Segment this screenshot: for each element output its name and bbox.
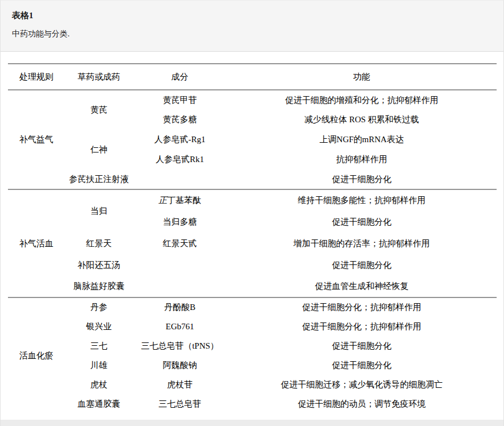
table-label: 表格1 <box>12 10 492 21</box>
col-header-treatment-rule: 处理规则 <box>8 64 65 90</box>
cell-herb: 补阳还五汤 <box>65 254 133 276</box>
cell-function: 促进干细胞分化；抗抑郁样作用 <box>227 317 497 336</box>
cell-component: 丹酚酸B <box>133 297 227 317</box>
cell-function: 促进干细胞分化 <box>227 254 497 276</box>
table-row: 虎杖 虎杖苷 促进干细胞迁移；减少氧化诱导的细胞凋亡 <box>8 375 497 394</box>
table-row: 参芪扶正注射液 促进干细胞分化 <box>8 169 497 189</box>
cell-function: 减少线粒体 ROS 积累和铁过载 <box>227 110 497 130</box>
cell-component: 三七总皂苷 <box>133 394 227 413</box>
cell-function: 促进干细胞迁移；减少氧化诱导的细胞凋亡 <box>227 375 497 394</box>
cell-component: 黄芪甲苷 <box>133 90 227 110</box>
table-row: 银兴业 EGb761 促进干细胞分化；抗抑郁样作用 <box>8 317 497 336</box>
cell-component <box>133 169 227 189</box>
cell-treatment-rule: 活血化瘀 <box>8 297 65 413</box>
cell-component: 当归多糖 <box>133 211 227 233</box>
cell-function: 促进血管生成和神经恢复 <box>227 276 497 297</box>
cell-herb: 仁神 <box>65 130 133 169</box>
cell-function: 促进干细胞的动员；调节免疫环境 <box>227 394 497 413</box>
cell-function: 上调NGF的mRNA表达 <box>227 130 497 150</box>
section-buqi-huoxue: 补气活血 当归 正丁基苯酞 维持干细胞多能性；抗抑郁样作用 当归多糖 促进干细胞… <box>8 189 497 297</box>
bottom-strip <box>1 420 503 426</box>
cell-function: 抗抑郁样作用 <box>227 150 497 169</box>
cell-component <box>133 276 227 297</box>
cell-component: 红景天甙 <box>133 233 227 254</box>
cell-component: 三七总皂苷（tPNS） <box>133 336 227 355</box>
col-header-component: 成分 <box>133 64 227 90</box>
cell-function: 促进干细胞分化；抗抑郁样作用 <box>227 297 497 317</box>
col-header-herb: 草药或成药 <box>65 64 133 90</box>
table-caption: 中药功能与分类. <box>12 29 492 39</box>
col-header-function: 功能 <box>227 64 497 90</box>
table-row: 川雄 阿魏酸钠 促进干细胞分化 <box>8 355 497 375</box>
cell-component: EGb761 <box>133 317 227 336</box>
section-buqi-yiqi: 补气益气 黄芪 黄芪甲苷 促进干细胞的增殖和分化；抗抑郁样作用 黄芪多糖 减少线… <box>8 90 497 189</box>
cell-function: 维持干细胞多能性；抗抑郁样作用 <box>227 189 497 211</box>
table-row: 活血化瘀 丹参 丹酚酸B 促进干细胞分化；抗抑郁样作用 <box>8 297 497 317</box>
cell-component: 人参皂甙-Rg1 <box>133 130 227 150</box>
tcm-functions-table: 处理规则 草药或成药 成分 功能 补气益气 黄芪 黄芪甲苷 促进干细胞的增殖和分… <box>8 63 497 413</box>
table-row: 仁神 人参皂甙-Rg1 上调NGF的mRNA表达 <box>8 130 497 150</box>
component-text: 丁基苯酞 <box>167 196 201 205</box>
cell-function: 促进干细胞分化 <box>227 355 497 375</box>
table-row: 血塞通胶囊 三七总皂苷 促进干细胞的动员；调节免疫环境 <box>8 394 497 413</box>
cell-herb: 虎杖 <box>65 375 133 394</box>
table-header-row: 处理规则 草药或成药 成分 功能 <box>8 64 497 90</box>
cell-function: 增加干细胞的存活率；抗抑郁样作用 <box>227 233 497 254</box>
table-wrap: 处理规则 草药或成药 成分 功能 补气益气 黄芪 黄芪甲苷 促进干细胞的增殖和分… <box>1 52 503 413</box>
cell-herb: 银兴业 <box>65 317 133 336</box>
cell-function: 促进干细胞分化 <box>227 211 497 233</box>
cell-component: 黄芪多糖 <box>133 110 227 130</box>
cell-herb: 当归 <box>65 189 133 233</box>
paper-table-page: 表格1 中药功能与分类. 处理规则 草药或成药 成分 功能 补气益气 黄芪 黄芪… <box>0 0 504 426</box>
cell-component: 虎杖苷 <box>133 375 227 394</box>
table-row: 补阳还五汤 促进干细胞分化 <box>8 254 497 276</box>
table-row: 补气活血 当归 正丁基苯酞 维持干细胞多能性；抗抑郁样作用 <box>8 189 497 211</box>
cell-herb: 血塞通胶囊 <box>65 394 133 413</box>
cell-component: 人参皂甙Rk1 <box>133 150 227 169</box>
section-huoxue-huayu: 活血化瘀 丹参 丹酚酸B 促进干细胞分化；抗抑郁样作用 银兴业 EGb761 促… <box>8 297 497 413</box>
cell-herb: 红景天 <box>65 233 133 254</box>
table-row: 脑脉益好胶囊 促进血管生成和神经恢复 <box>8 276 497 297</box>
cell-component: 正丁基苯酞 <box>133 189 227 211</box>
cell-component <box>133 254 227 276</box>
cell-herb: 丹参 <box>65 297 133 317</box>
cell-treatment-rule: 补气活血 <box>8 189 65 297</box>
cell-function: 促进干细胞的增殖和分化；抗抑郁样作用 <box>227 90 497 110</box>
cell-treatment-rule: 补气益气 <box>8 90 65 189</box>
table-row: 三七 三七总皂苷（tPNS） 促进干细胞分化 <box>8 336 497 355</box>
cell-herb: 三七 <box>65 336 133 355</box>
table-row: 红景天 红景天甙 增加干细胞的存活率；抗抑郁样作用 <box>8 233 497 254</box>
cell-herb: 参芪扶正注射液 <box>65 169 133 189</box>
cell-function: 促进干细胞分化 <box>227 336 497 355</box>
cell-herb: 黄芪 <box>65 90 133 130</box>
cell-herb: 川雄 <box>65 355 133 375</box>
cell-function: 促进干细胞分化 <box>227 169 497 189</box>
component-italic-prefix: 正 <box>159 196 167 205</box>
table-row: 补气益气 黄芪 黄芪甲苷 促进干细胞的增殖和分化；抗抑郁样作用 <box>8 90 497 110</box>
cell-component: 阿魏酸钠 <box>133 355 227 375</box>
cell-herb: 脑脉益好胶囊 <box>65 276 133 297</box>
table-caption-block: 表格1 中药功能与分类. <box>1 1 503 52</box>
